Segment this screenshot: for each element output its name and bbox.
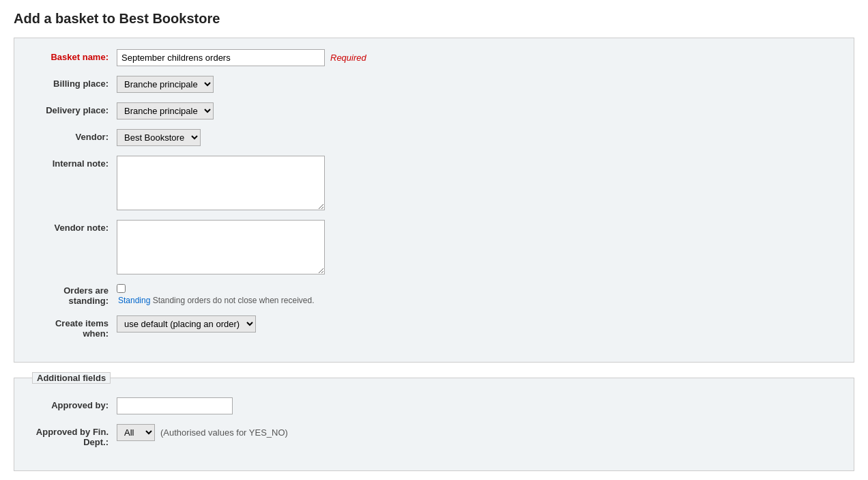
internal-note-row: Internal note: — [28, 156, 840, 210]
internal-note-label: Internal note: — [28, 156, 117, 169]
basket-name-row: Basket name: Required — [28, 49, 840, 66]
vendor-note-textarea[interactable] — [117, 220, 325, 274]
create-items-select[interactable]: use default (placing an order) — [117, 315, 256, 333]
basket-name-input[interactable] — [117, 49, 325, 66]
basket-name-label: Basket name: — [28, 49, 117, 62]
vendor-label: Vendor: — [28, 129, 117, 142]
delivery-place-row: Delivery place: Branche principale — [28, 102, 840, 119]
billing-place-select[interactable]: Branche principale — [117, 76, 214, 93]
delivery-place-select[interactable]: Branche principale — [117, 102, 214, 119]
orders-standing-row: Orders are standing: Standing Standing o… — [28, 284, 840, 306]
billing-place-label: Billing place: — [28, 76, 117, 89]
approved-by-fin-label: Approved by Fin. Dept.: — [28, 424, 117, 447]
main-form-section: Basket name: Required Billing place: Bra… — [14, 38, 854, 363]
orders-standing-checkbox[interactable] — [117, 284, 126, 293]
delivery-place-label: Delivery place: — [28, 102, 117, 115]
required-indicator: Required — [330, 53, 366, 63]
vendor-row: Vendor: Best Bookstore — [28, 129, 840, 146]
additional-fields-section: Additional fields Approved by: Approved … — [14, 372, 854, 471]
approved-by-row: Approved by: — [28, 397, 840, 414]
vendor-select[interactable]: Best Bookstore — [117, 129, 201, 146]
standing-link[interactable]: Standing — [118, 296, 150, 305]
billing-place-row: Billing place: Branche principale — [28, 76, 840, 93]
standing-note: Standing Standing orders do not close wh… — [118, 296, 315, 305]
create-items-label: Create items when: — [28, 315, 117, 339]
vendor-note-label: Vendor note: — [28, 220, 117, 233]
vendor-note-row: Vendor note: — [28, 220, 840, 274]
approved-by-fin-row: Approved by Fin. Dept.: All Yes No (Auth… — [28, 424, 840, 447]
approved-by-label: Approved by: — [28, 397, 117, 410]
approved-by-input[interactable] — [117, 397, 233, 414]
page-title: Add a basket to Best Bookstore — [14, 11, 854, 27]
additional-fields-legend: Additional fields — [32, 372, 111, 384]
authorized-note: (Authorised values for YES_NO) — [160, 427, 288, 438]
approved-by-fin-select[interactable]: All Yes No — [117, 424, 155, 441]
orders-standing-label: Orders are standing: — [28, 284, 117, 306]
create-items-row: Create items when: use default (placing … — [28, 315, 840, 339]
internal-note-textarea[interactable] — [117, 156, 325, 210]
